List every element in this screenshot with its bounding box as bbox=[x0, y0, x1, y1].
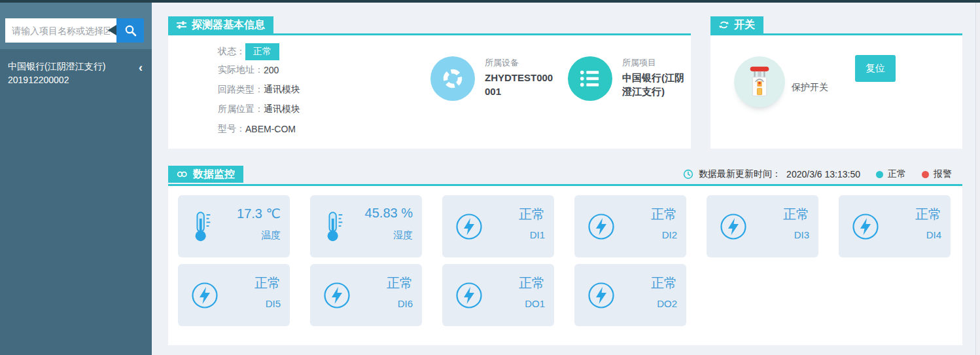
field-model: 型号 ABEM-COM bbox=[218, 122, 300, 136]
device-info-texts: 所属设备 ZHYDTEST000001 bbox=[485, 56, 555, 101]
switch-panel-header: 开关 bbox=[710, 16, 763, 33]
sidebar: 中国银行(江阴澄江支行) 201912200002 ‹ bbox=[0, 3, 152, 355]
bolt-icon bbox=[852, 213, 879, 240]
search-input[interactable] bbox=[5, 18, 116, 43]
scrollbar-track[interactable] bbox=[975, 3, 980, 355]
bolt-icon bbox=[587, 213, 615, 240]
alarm-dot-icon bbox=[922, 171, 929, 178]
update-time-value: 2020/3/6 13:13:50 bbox=[786, 169, 860, 179]
protection-switch-label: 保护开关 bbox=[792, 82, 828, 94]
field-loop-type-value: 通讯模块 bbox=[264, 84, 300, 96]
data-tile: 正常 DI5 bbox=[178, 264, 290, 326]
tile-value: 正常 bbox=[254, 274, 281, 292]
bolt-icon bbox=[323, 282, 351, 309]
legend-alarm-label: 报警 bbox=[934, 168, 952, 180]
project-item-name: 中国银行(江阴澄江支行) bbox=[8, 60, 105, 73]
switch-panel-body: 保护开关 复位 bbox=[710, 35, 962, 149]
detector-panel-body: 状态 正常 实际地址 200 回路类型 通讯模块 所属位置 通讯模块 型号 AB… bbox=[168, 35, 691, 149]
collapse-arrow-icon[interactable] bbox=[108, 25, 116, 35]
tile-value: 正常 bbox=[783, 206, 809, 223]
bolt-icon bbox=[720, 213, 747, 240]
data-tile: 正常 DO2 bbox=[574, 264, 686, 326]
tile-value: 正常 bbox=[651, 206, 677, 223]
tile-label: DO1 bbox=[525, 298, 545, 309]
project-item-text: 中国银行(江阴澄江支行) 201912200002 bbox=[8, 60, 105, 87]
device-info-block: 所属设备 ZHYDTEST000001 bbox=[430, 56, 555, 101]
thermometer-icon bbox=[191, 210, 213, 243]
clock-icon bbox=[683, 169, 693, 179]
device-label: 所属设备 bbox=[485, 57, 555, 69]
reset-button[interactable]: 复位 bbox=[855, 55, 896, 82]
tile-label: DI5 bbox=[266, 298, 281, 309]
data-tile: 17.3 ℃ 温度 bbox=[178, 195, 290, 257]
data-tile: 正常 DI3 bbox=[707, 195, 818, 257]
tile-label: DI6 bbox=[398, 298, 413, 309]
link-icon bbox=[177, 170, 188, 178]
bolt-icon bbox=[587, 282, 615, 309]
tile-value: 正常 bbox=[519, 206, 545, 223]
field-address-value: 200 bbox=[264, 65, 279, 75]
monitor-panel-header: 数据监控 bbox=[168, 166, 243, 183]
sliders-icon bbox=[177, 20, 186, 29]
detector-panel-title: 探测器基本信息 bbox=[192, 18, 265, 32]
device-value: ZHYDTEST000001 bbox=[485, 71, 555, 98]
tile-value: 45.83 % bbox=[365, 206, 413, 221]
legend-alarm: 报警 bbox=[922, 168, 952, 180]
bolt-icon bbox=[455, 213, 483, 240]
bolt-icon bbox=[191, 282, 219, 309]
field-status: 状态 正常 bbox=[218, 43, 300, 60]
data-tile: 正常 DO1 bbox=[442, 264, 554, 326]
field-address-label: 实际地址 bbox=[218, 64, 264, 76]
project-circle bbox=[568, 56, 612, 101]
bolt-icon bbox=[455, 282, 483, 309]
project-value: 中国银行(江阴澄江支行) bbox=[622, 71, 689, 98]
field-location-label: 所属位置 bbox=[218, 103, 264, 115]
monitor-panel-body: 17.3 ℃ 温度 45.83 % 湿度 正常 bbox=[168, 186, 962, 345]
project-label: 所属项目 bbox=[622, 57, 689, 69]
field-location: 所属位置 通讯模块 bbox=[218, 102, 300, 117]
detector-fields: 状态 正常 实际地址 200 回路类型 通讯模块 所属位置 通讯模块 型号 AB… bbox=[218, 43, 300, 141]
tile-label: DI1 bbox=[530, 229, 545, 240]
project-item-code: 201912200002 bbox=[8, 73, 105, 87]
chevron-left-icon[interactable]: ‹ bbox=[139, 62, 143, 87]
search-icon bbox=[124, 24, 137, 37]
tile-label: DI2 bbox=[662, 229, 677, 240]
field-loop-type-label: 回路类型 bbox=[218, 84, 264, 96]
lifebuoy-icon bbox=[441, 67, 464, 90]
status-badge: 正常 bbox=[245, 43, 279, 60]
tile-label: 温度 bbox=[261, 229, 281, 242]
data-tile: 正常 DI1 bbox=[442, 195, 554, 257]
thermometer-icon bbox=[323, 210, 345, 243]
field-model-label: 型号 bbox=[218, 123, 245, 135]
tile-value: 正常 bbox=[387, 274, 413, 292]
data-tile: 正常 DI4 bbox=[839, 195, 951, 257]
project-info-texts: 所属项目 中国银行(江阴澄江支行) bbox=[622, 56, 689, 101]
update-time-row: 数据最新更新时间： 2020/3/6 13:13:50 bbox=[683, 168, 860, 180]
detector-panel-header: 探测器基本信息 bbox=[168, 16, 273, 33]
data-tile: 45.83 % 湿度 bbox=[310, 195, 422, 257]
field-address: 实际地址 200 bbox=[218, 63, 300, 77]
data-tile: 正常 DI6 bbox=[310, 264, 422, 326]
data-tile: 正常 DI2 bbox=[574, 195, 686, 257]
update-time-label: 数据最新更新时间： bbox=[699, 168, 781, 180]
tile-value: 正常 bbox=[651, 274, 677, 292]
tile-value: 17.3 ℃ bbox=[237, 206, 281, 221]
tile-value: 正常 bbox=[519, 274, 545, 292]
switch-panel-title: 开关 bbox=[734, 18, 755, 32]
monitor-legend-bar: 数据最新更新时间： 2020/3/6 13:13:50 正常 报警 bbox=[683, 166, 952, 183]
tile-label: DI3 bbox=[794, 229, 809, 240]
tile-label: 湿度 bbox=[393, 229, 413, 242]
tile-label: DO2 bbox=[657, 298, 677, 309]
legend-normal-label: 正常 bbox=[888, 168, 906, 180]
search-button[interactable] bbox=[116, 18, 144, 43]
sidebar-item-project[interactable]: 中国银行(江阴澄江支行) 201912200002 ‹ bbox=[0, 49, 152, 96]
project-info-block: 所属项目 中国银行(江阴澄江支行) bbox=[568, 56, 689, 101]
device-circle bbox=[430, 56, 475, 101]
legend-normal: 正常 bbox=[876, 168, 906, 180]
list-icon bbox=[580, 69, 601, 88]
normal-dot-icon bbox=[876, 171, 883, 178]
sidebar-project-list: 中国银行(江阴澄江支行) 201912200002 ‹ bbox=[0, 49, 152, 355]
sidebar-search bbox=[5, 18, 144, 43]
tiles-grid: 17.3 ℃ 温度 45.83 % 湿度 正常 bbox=[168, 186, 962, 335]
field-status-label: 状态 bbox=[218, 46, 245, 58]
